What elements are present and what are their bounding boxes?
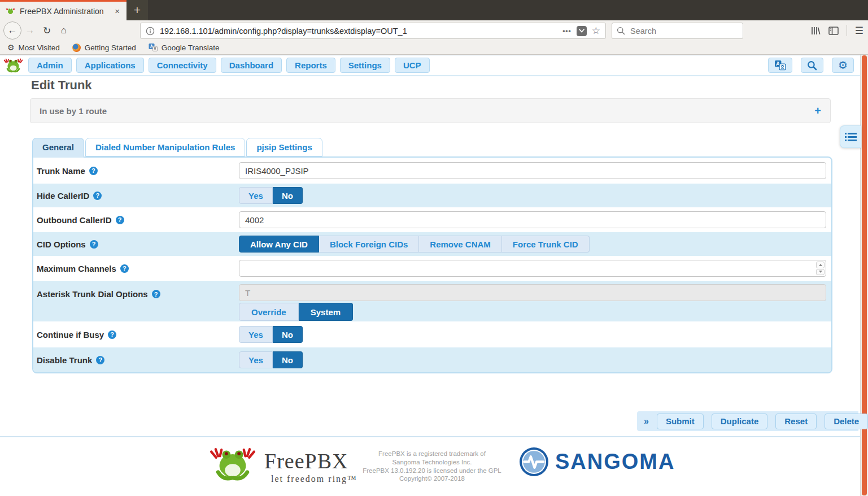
freepbx-navbar: Admin Applications Connectivity Dashboar… [0, 55, 868, 76]
nav-item-reports[interactable]: Reports [286, 58, 335, 73]
usage-panel: In use by 1 route + [30, 98, 831, 123]
google-translate-icon [149, 43, 158, 52]
help-icon[interactable]: ? [89, 167, 98, 175]
outbound-callerid-label: Outbound CallerID ? [33, 215, 239, 225]
bookmark-star-icon[interactable]: ☆ [592, 25, 600, 37]
nav-item-dashboard[interactable]: Dashboard [221, 58, 282, 73]
tab-title: FreePBX Administration [20, 7, 109, 16]
hide-callerid-label: Hide CallerID ? [33, 191, 239, 201]
bookmark-getting-started[interactable]: Getting Started [72, 43, 136, 52]
forward-button[interactable]: → [21, 22, 38, 39]
more-actions-icon[interactable]: » [644, 416, 649, 427]
delete-button[interactable]: Delete [825, 414, 868, 429]
form-row-disable-trunk: Disable Trunk ? Yes No [33, 347, 831, 372]
help-icon[interactable]: ? [90, 240, 98, 249]
help-icon[interactable]: ? [116, 216, 124, 224]
tab-close-icon[interactable]: × [114, 6, 121, 16]
cid-option-block-foreign-cids[interactable]: Block Foreign CIDs [319, 236, 419, 253]
duplicate-button[interactable]: Duplicate [712, 414, 768, 429]
nav-item-applications[interactable]: Applications [76, 58, 144, 73]
continue-if-busy-yes-button[interactable]: Yes [239, 326, 273, 343]
legal-line: Copyright© 2007-2018 [361, 475, 503, 483]
dial-options-system-button[interactable]: System [299, 303, 353, 321]
page-actions-icon[interactable]: ••• [562, 27, 572, 35]
outbound-callerid-input[interactable] [239, 211, 826, 228]
pocket-icon[interactable] [577, 26, 587, 36]
navbar-right-buttons: ⚙ [768, 58, 868, 73]
freepbx-footer-logo-icon [205, 447, 260, 482]
page-scrollbar-track[interactable] [860, 55, 868, 496]
new-tab-button[interactable]: + [127, 0, 148, 20]
continue-if-busy-no-button[interactable]: No [273, 326, 303, 343]
disable-trunk-yes-button[interactable]: Yes [239, 351, 273, 368]
bookmark-most-visited[interactable]: ⚙ Most Visited [7, 43, 60, 52]
sidebar-toggle-icon[interactable] [828, 27, 839, 35]
home-button[interactable]: ⌂ [55, 22, 72, 39]
maximum-channels-label: Maximum Channels ? [33, 264, 239, 273]
form-row-outbound-callerid: Outbound CallerID ? [33, 207, 831, 232]
legal-line: FreePBX is a registered trademark of [361, 450, 503, 458]
search-icon [617, 27, 625, 35]
hide-callerid-yes-button[interactable]: Yes [239, 187, 273, 204]
freepbx-logo-icon[interactable] [3, 58, 24, 73]
tab-general[interactable]: General [32, 138, 84, 158]
help-icon[interactable]: ? [152, 290, 160, 298]
disable-trunk-no-button[interactable]: No [273, 351, 303, 368]
nav-item-ucp[interactable]: UCP [395, 58, 430, 73]
label-text: Disable Trunk [37, 355, 92, 365]
help-icon[interactable]: ? [120, 264, 129, 273]
dial-options-override-button[interactable]: Override [239, 303, 299, 321]
bookmark-google-translate[interactable]: Google Translate [149, 43, 220, 52]
browser-window: FreePBX Administration × + ← → ↻ ⌂ 192.1… [0, 0, 868, 496]
cid-option-allow-any-cid[interactable]: Allow Any CID [239, 236, 319, 253]
footer-legal-text: FreePBX is a registered trademark of San… [361, 450, 503, 483]
toolbar-divider [847, 25, 847, 36]
library-icon[interactable] [810, 26, 821, 36]
page-scrollbar-thumb[interactable] [862, 55, 867, 495]
reload-button[interactable]: ↻ [38, 22, 55, 39]
help-icon[interactable]: ? [96, 356, 104, 364]
url-text: 192.168.1.101/admin/config.php?display=t… [160, 27, 557, 36]
language-button[interactable] [768, 58, 792, 73]
tab-dialed-number-manipulation-rules[interactable]: Dialed Number Manipulation Rules [85, 138, 246, 156]
site-info-icon[interactable] [146, 27, 155, 36]
list-icon [845, 132, 857, 142]
freepbx-wordmark: FreePBX let freedom ring™ [264, 449, 357, 484]
search-button[interactable] [801, 58, 823, 73]
help-icon[interactable]: ? [93, 192, 102, 200]
firefox-icon [72, 43, 81, 52]
settings-gear-button[interactable]: ⚙ [832, 58, 854, 73]
trunk-name-input[interactable] [239, 162, 826, 179]
nav-item-connectivity[interactable]: Connectivity [149, 58, 216, 73]
sangoma-logo: SANGOMA [519, 447, 675, 477]
back-button[interactable]: ← [3, 21, 21, 40]
spinner-down-button[interactable] [816, 269, 825, 276]
browser-tab-active[interactable]: FreePBX Administration × [0, 0, 127, 20]
freepbx-favicon-icon [6, 7, 15, 15]
reset-button[interactable]: Reset [775, 414, 817, 429]
maximum-channels-input[interactable] [239, 260, 826, 277]
bookmark-label: Google Translate [162, 43, 220, 52]
help-icon[interactable]: ? [108, 330, 116, 339]
nav-item-settings[interactable]: Settings [340, 58, 390, 73]
hamburger-menu-icon[interactable]: ☰ [855, 25, 863, 37]
translate-icon [774, 60, 786, 71]
spinner-up-button[interactable] [816, 262, 825, 268]
label-text: Continue if Busy [37, 330, 104, 340]
form-row-maximum-channels: Maximum Channels ? [33, 256, 831, 281]
hide-callerid-no-button[interactable]: No [273, 187, 303, 204]
freepbx-logo-text: FreePBX [264, 449, 357, 473]
search-input[interactable] [612, 23, 743, 39]
tab-pjsip-settings[interactable]: pjsip Settings [246, 138, 322, 156]
trunk-list-toggle-button[interactable] [840, 125, 861, 148]
url-bar[interactable]: 192.168.1.101/admin/config.php?display=t… [140, 23, 606, 39]
form-row-cid-options: CID Options ? Allow Any CID Block Foreig… [33, 232, 831, 256]
cid-option-remove-cnam[interactable]: Remove CNAM [419, 236, 502, 253]
form-action-bar: » Submit Duplicate Reset Delete [637, 411, 858, 431]
submit-button[interactable]: Submit [657, 414, 704, 429]
nav-item-admin[interactable]: Admin [28, 58, 72, 73]
sangoma-icon [519, 447, 549, 477]
bookmark-label: Most Visited [19, 43, 60, 52]
usage-expand-icon[interactable]: + [814, 105, 821, 118]
cid-option-force-trunk-cid[interactable]: Force Trunk CID [502, 236, 590, 253]
